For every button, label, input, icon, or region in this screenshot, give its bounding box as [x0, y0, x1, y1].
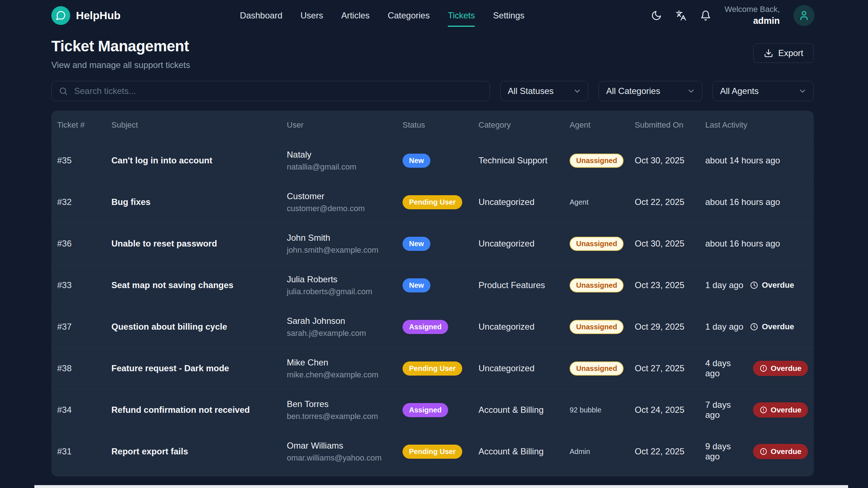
last-activity-cell: 7 days agoOverdue — [705, 400, 814, 420]
user-cell: Mike Chenmike.chen@example.com — [287, 358, 403, 380]
ticket-row[interactable]: #38Feature request - Dark modeMike Chenm… — [51, 347, 814, 389]
category-cell: Account & Billing — [478, 446, 570, 457]
subject-cell: Bug fixes — [111, 197, 287, 207]
user-email: sarah.j@example.com — [287, 329, 403, 338]
brand[interactable]: HelpHub — [51, 6, 120, 25]
user-cell: Ben Torresben.torres@example.com — [287, 399, 403, 421]
subject-cell: Feature request - Dark mode — [111, 363, 287, 373]
last-activity-text: 1 day ago — [705, 280, 743, 290]
dark-mode-toggle-icon[interactable] — [651, 10, 662, 21]
last-activity-text: about 14 hours ago — [705, 155, 780, 166]
column-header-6: Submitted On — [635, 120, 705, 130]
welcome-text: Welcome Back, — [725, 4, 780, 15]
ticket-row[interactable]: #36Unable to reset passwordJohn Smithjoh… — [51, 223, 814, 264]
ticket-row[interactable]: #33Seat map not saving changesJulia Robe… — [51, 264, 814, 306]
agent-filter-dropdown[interactable]: All Agents — [712, 81, 814, 101]
last-activity-text: 7 days ago — [705, 400, 746, 420]
last-activity-cell: 4 days agoOverdue — [705, 358, 814, 378]
category-cell: Account & Billing — [478, 405, 570, 415]
agent-cell: 92 bubble — [570, 406, 635, 414]
ticket-row[interactable]: #32Bug fixesCustomercustomer@demo.comPen… — [51, 181, 814, 223]
category-filter-value: All Categories — [606, 86, 660, 96]
last-activity-cell: about 16 hours ago — [705, 197, 814, 207]
status-badge: Pending User — [403, 195, 462, 209]
submitted-on-cell: Oct 23, 2025 — [635, 280, 705, 290]
column-header-2: User — [287, 120, 403, 130]
search-wrap — [51, 81, 490, 101]
user-name: Sarah Johnson — [287, 316, 403, 326]
ticket-id-cell: #36 — [57, 239, 111, 249]
alert-circle-icon — [760, 364, 767, 372]
submitted-on-cell: Oct 22, 2025 — [635, 446, 705, 457]
language-icon[interactable] — [676, 10, 686, 21]
notifications-bell-icon[interactable] — [700, 10, 711, 21]
submitted-on-cell: Oct 27, 2025 — [635, 363, 705, 373]
nav-item-tickets[interactable]: Tickets — [448, 0, 475, 31]
nav-item-categories[interactable]: Categories — [388, 0, 430, 31]
chevron-down-icon — [687, 87, 695, 95]
agent-name: Agent — [570, 198, 588, 206]
column-header-3: Status — [403, 120, 478, 130]
chat-bubble-icon — [55, 10, 66, 21]
nav-item-settings[interactable]: Settings — [493, 0, 524, 31]
status-filter-dropdown[interactable]: All Statuses — [500, 81, 588, 101]
bottom-scrollbar[interactable] — [34, 485, 848, 488]
user-name: John Smith — [287, 233, 403, 243]
agent-filter-value: All Agents — [720, 86, 759, 96]
status-cell: New — [403, 278, 478, 292]
ticket-id-cell: #33 — [57, 280, 111, 290]
user-email: natallia@gmail.com — [287, 162, 403, 172]
ticket-id-cell: #37 — [57, 322, 111, 332]
agent-name: 92 bubble — [570, 406, 601, 414]
submitted-on-cell: Oct 29, 2025 — [635, 322, 705, 332]
user-icon — [799, 10, 809, 21]
overdue-badge: Overdue — [753, 402, 808, 418]
last-activity-text: 9 days ago — [705, 441, 746, 462]
submitted-on-cell: Oct 24, 2025 — [635, 405, 705, 415]
ticket-row[interactable]: #31Report export failsOmar Williamsomar.… — [51, 431, 814, 472]
search-input[interactable] — [51, 81, 490, 101]
export-button[interactable]: Export — [753, 43, 814, 63]
status-badge: Pending User — [403, 445, 462, 459]
user-email: omar.williams@yahoo.com — [287, 453, 403, 463]
nav-item-articles[interactable]: Articles — [341, 0, 370, 31]
user-cell: Natalynatallia@gmail.com — [287, 150, 403, 172]
ticket-row[interactable]: #34Refund confirmation not receivedBen T… — [51, 389, 814, 431]
subject-cell: Report export fails — [111, 446, 287, 457]
ticket-row[interactable]: #35Can't log in into accountNatalynatall… — [51, 140, 814, 181]
clock-icon — [750, 281, 758, 290]
agent-cell: Unassigned — [570, 278, 635, 292]
status-cell: Assigned — [403, 403, 478, 417]
search-icon — [59, 86, 68, 96]
tickets-table: Ticket #SubjectUserStatusCategoryAgentSu… — [51, 111, 814, 476]
status-filter-value: All Statuses — [508, 86, 554, 96]
subject-cell: Unable to reset password — [111, 239, 287, 249]
subject-cell: Seat map not saving changes — [111, 280, 287, 290]
ticket-id-cell: #35 — [57, 155, 111, 166]
user-name: Ben Torres — [287, 399, 403, 409]
nav-item-users[interactable]: Users — [301, 0, 323, 31]
overdue-label: Overdue — [771, 364, 801, 373]
chevron-down-icon — [798, 87, 807, 95]
ticket-row[interactable]: #37Question about billing cycleSarah Joh… — [51, 306, 814, 347]
category-filter-dropdown[interactable]: All Categories — [599, 81, 702, 101]
overdue-badge: Overdue — [753, 444, 808, 459]
table-body: #35Can't log in into accountNatalynatall… — [51, 140, 814, 472]
category-cell: Uncategorized — [478, 363, 570, 373]
submitted-on-cell: Oct 30, 2025 — [635, 239, 705, 249]
unassigned-badge: Unassigned — [570, 278, 624, 292]
last-activity-text: about 16 hours ago — [705, 239, 780, 249]
page-content: Ticket Management View and manage all su… — [0, 38, 868, 476]
user-avatar[interactable] — [793, 5, 814, 26]
user-email: mike.chen@example.com — [287, 370, 403, 380]
nav-item-dashboard[interactable]: Dashboard — [240, 0, 282, 31]
status-badge: Assigned — [403, 320, 448, 334]
submitted-on-cell: Oct 30, 2025 — [635, 155, 705, 166]
user-name: Mike Chen — [287, 358, 403, 368]
user-name: Julia Roberts — [287, 274, 403, 284]
subject-cell: Refund confirmation not received — [111, 405, 287, 415]
ticket-id-cell: #38 — [57, 363, 111, 373]
column-header-1: Subject — [111, 120, 287, 130]
agent-cell: Unassigned — [570, 361, 635, 376]
brand-name: HelpHub — [76, 9, 120, 22]
